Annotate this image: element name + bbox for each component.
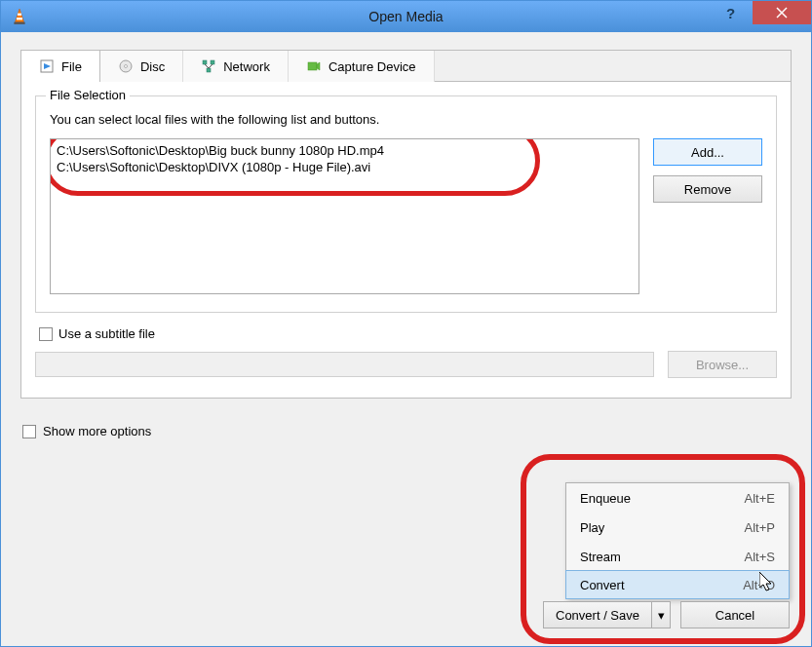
svg-rect-3	[14, 22, 24, 24]
tab-network[interactable]: Network	[183, 51, 289, 82]
menu-item-shortcut: Alt+P	[745, 520, 775, 535]
menu-item-shortcut: Alt+E	[745, 491, 775, 506]
file-selection-legend: File Selection	[46, 88, 130, 102]
titlebar: Open Media ?	[1, 1, 811, 32]
file-selection-group: File Selection You can select local file…	[35, 95, 777, 313]
menu-item-label: Enqueue	[580, 491, 631, 506]
file-selection-helptext: You can select local files with the foll…	[50, 112, 762, 127]
file-selection-row: C:\Users\Softonic\Desktop\Big buck bunny…	[50, 138, 762, 294]
open-media-window: Open Media ? F	[0, 0, 812, 647]
menu-item-stream[interactable]: Stream Alt+S	[566, 542, 789, 571]
cancel-button[interactable]: Cancel	[680, 601, 790, 628]
tab-capture-label: Capture Device	[329, 59, 416, 74]
convert-save-label: Convert / Save	[556, 608, 639, 623]
svg-line-13	[205, 64, 209, 68]
tab-strip: File Disc	[21, 51, 791, 82]
tab-file[interactable]: File	[20, 50, 100, 82]
add-button[interactable]: Add...	[653, 138, 762, 166]
menu-item-label: Play	[580, 520, 604, 535]
menu-item-label: Stream	[580, 550, 621, 564]
subtitle-path-input	[35, 352, 654, 377]
show-more-row: Show more options	[22, 424, 792, 438]
browse-button-label: Browse...	[696, 358, 749, 372]
tabs-container: File Disc	[20, 50, 792, 399]
convert-save-main[interactable]: Convert / Save	[544, 602, 652, 628]
file-icon	[39, 58, 55, 74]
content-area: File Disc	[1, 32, 811, 646]
svg-rect-10	[203, 60, 207, 64]
file-tab-panel: File Selection You can select local file…	[21, 81, 791, 398]
subtitle-browse-row: Browse...	[35, 351, 777, 378]
file-list-item[interactable]: C:\Users\Softonic\Desktop\Big buck bunny…	[57, 142, 633, 159]
menu-item-shortcut: Alt+O	[743, 578, 775, 592]
help-button[interactable]: ?	[709, 1, 753, 24]
menu-item-convert[interactable]: Convert Alt+O	[565, 570, 790, 599]
svg-rect-1	[18, 14, 21, 16]
subtitle-checkbox-row: Use a subtitle file	[39, 326, 777, 341]
menu-item-label: Convert	[580, 578, 625, 592]
convert-save-dropdown-arrow[interactable]: ▾	[652, 602, 670, 628]
file-list[interactable]: C:\Users\Softonic\Desktop\Big buck bunny…	[50, 138, 639, 294]
remove-button[interactable]: Remove	[653, 175, 762, 203]
tab-network-label: Network	[223, 59, 270, 74]
svg-line-14	[209, 64, 213, 68]
tab-capture[interactable]: Capture Device	[289, 51, 435, 82]
disc-icon	[118, 58, 134, 74]
svg-marker-16	[317, 62, 320, 70]
network-icon	[201, 58, 216, 74]
file-list-item[interactable]: C:\Users\Softonic\Desktop\DIVX (1080p - …	[57, 159, 633, 175]
menu-item-shortcut: Alt+S	[745, 550, 775, 564]
convert-save-button[interactable]: Convert / Save ▾	[543, 601, 671, 628]
svg-point-9	[124, 65, 127, 68]
show-more-checkbox[interactable]	[22, 425, 36, 438]
file-buttons-column: Add... Remove	[653, 138, 762, 203]
tab-disc-label: Disc	[140, 59, 165, 74]
convert-save-menu: Enqueue Alt+E Play Alt+P Stream Alt+S Co…	[565, 482, 790, 599]
capture-icon	[306, 58, 322, 74]
menu-item-enqueue[interactable]: Enqueue Alt+E	[566, 483, 789, 513]
titlebar-buttons: ?	[709, 1, 811, 28]
vlc-app-icon	[9, 6, 30, 27]
cancel-button-label: Cancel	[715, 608, 754, 623]
add-button-label: Add...	[691, 145, 724, 160]
chevron-down-icon: ▾	[658, 608, 665, 623]
subtitle-checkbox[interactable]	[39, 327, 53, 341]
browse-button: Browse...	[668, 351, 777, 378]
remove-button-label: Remove	[684, 182, 731, 197]
svg-rect-11	[211, 60, 214, 64]
svg-rect-2	[17, 18, 22, 19]
tab-disc[interactable]: Disc	[100, 51, 183, 82]
subtitle-checkbox-label: Use a subtitle file	[58, 326, 155, 341]
dialog-buttons: Convert / Save ▾ Cancel	[543, 601, 790, 628]
svg-rect-12	[207, 68, 211, 72]
close-button[interactable]	[753, 1, 811, 24]
show-more-label: Show more options	[43, 424, 151, 438]
menu-item-play[interactable]: Play Alt+P	[566, 513, 789, 542]
window-title: Open Media	[368, 9, 443, 24]
svg-rect-15	[308, 62, 317, 70]
tab-file-label: File	[61, 59, 82, 74]
